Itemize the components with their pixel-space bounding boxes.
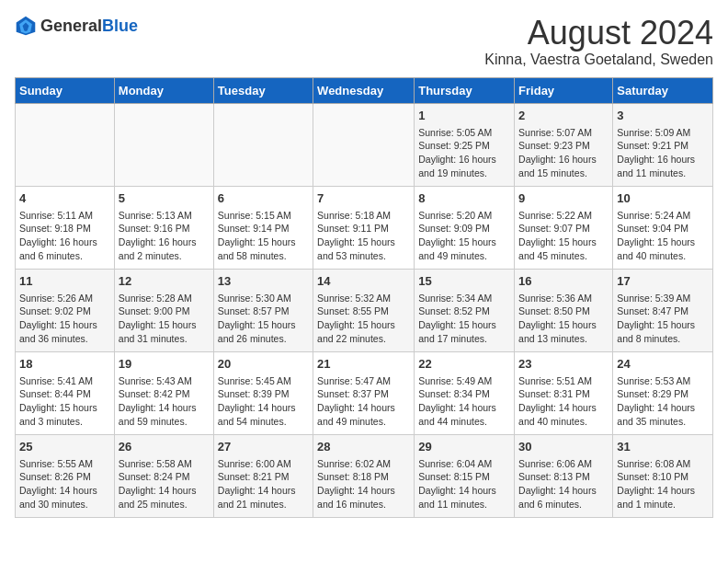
- calendar-cell: 8Sunrise: 5:20 AMSunset: 9:09 PMDaylight…: [415, 186, 515, 269]
- calendar-cell: [313, 103, 415, 186]
- day-info: and 15 minutes.: [518, 167, 609, 180]
- day-info: and 22 minutes.: [317, 332, 410, 346]
- day-info: and 6 minutes.: [518, 498, 609, 511]
- day-info: Sunset: 8:55 PM: [317, 304, 410, 318]
- calendar-cell: 4Sunrise: 5:11 AMSunset: 9:18 PMDaylight…: [16, 186, 115, 269]
- day-info: Sunrise: 5:09 AM: [617, 126, 709, 140]
- logo-text-blue: Blue: [102, 17, 138, 35]
- day-info: Daylight: 15 hours: [518, 318, 609, 332]
- day-info: Sunrise: 5:15 AM: [218, 209, 309, 223]
- day-info: Sunset: 8:31 PM: [518, 387, 609, 401]
- day-info: Sunrise: 5:51 AM: [518, 374, 609, 388]
- day-number: 16: [518, 273, 609, 290]
- calendar-cell: 5Sunrise: 5:13 AMSunset: 9:16 PMDaylight…: [114, 186, 213, 269]
- day-info: Sunrise: 5:24 AM: [617, 209, 709, 223]
- day-number: 8: [418, 190, 510, 207]
- day-info: Daylight: 14 hours: [19, 484, 110, 498]
- calendar-cell: [16, 103, 115, 186]
- day-info: Sunset: 8:42 PM: [119, 387, 210, 401]
- day-number: 30: [518, 439, 609, 455]
- day-info: and 40 minutes.: [617, 249, 709, 263]
- day-info: Sunset: 8:34 PM: [418, 387, 510, 401]
- calendar-cell: 13Sunrise: 5:30 AMSunset: 8:57 PMDayligh…: [213, 269, 313, 351]
- header-cell-tuesday: Tuesday: [213, 77, 313, 103]
- main-title: August 2024: [484, 15, 713, 52]
- day-number: 21: [317, 356, 410, 373]
- day-number: 11: [19, 273, 110, 290]
- day-info: Sunset: 9:14 PM: [218, 222, 309, 236]
- day-info: and 2 minutes.: [119, 249, 210, 263]
- day-info: Daylight: 15 hours: [518, 236, 609, 249]
- day-info: Sunset: 8:50 PM: [518, 304, 609, 318]
- day-info: Sunrise: 5:28 AM: [119, 292, 210, 305]
- day-info: and 45 minutes.: [518, 249, 609, 263]
- day-info: and 44 minutes.: [418, 415, 510, 429]
- day-info: Sunset: 9:16 PM: [119, 222, 210, 236]
- day-info: and 11 minutes.: [418, 498, 510, 511]
- day-number: 4: [19, 190, 110, 207]
- calendar-cell: 22Sunrise: 5:49 AMSunset: 8:34 PMDayligh…: [415, 351, 515, 434]
- day-info: and 36 minutes.: [19, 332, 110, 346]
- header-cell-friday: Friday: [515, 77, 613, 103]
- calendar-cell: 6Sunrise: 5:15 AMSunset: 9:14 PMDaylight…: [213, 186, 313, 269]
- day-info: Daylight: 16 hours: [617, 153, 709, 167]
- day-info: Sunset: 8:15 PM: [418, 470, 510, 484]
- page-header: GeneralBlue August 2024 Kinna, Vaestra G…: [15, 15, 713, 68]
- day-info: Sunrise: 5:32 AM: [317, 292, 410, 305]
- day-info: Sunset: 9:25 PM: [418, 139, 510, 153]
- calendar-cell: 1Sunrise: 5:05 AMSunset: 9:25 PMDaylight…: [415, 103, 515, 186]
- week-row-2: 4Sunrise: 5:11 AMSunset: 9:18 PMDaylight…: [16, 186, 713, 269]
- day-info: Sunset: 8:44 PM: [19, 387, 110, 401]
- day-info: Daylight: 16 hours: [518, 153, 609, 167]
- calendar-cell: 25Sunrise: 5:55 AMSunset: 8:26 PMDayligh…: [16, 434, 115, 517]
- day-info: and 21 minutes.: [218, 498, 309, 511]
- calendar-cell: 3Sunrise: 5:09 AMSunset: 9:21 PMDaylight…: [613, 103, 713, 186]
- day-info: Sunrise: 5:55 AM: [19, 457, 110, 471]
- day-info: Daylight: 15 hours: [617, 236, 709, 249]
- subtitle: Kinna, Vaestra Goetaland, Sweden: [484, 52, 713, 68]
- day-info: Daylight: 16 hours: [418, 153, 510, 167]
- day-info: Sunset: 8:26 PM: [19, 470, 110, 484]
- day-info: Daylight: 15 hours: [418, 318, 510, 332]
- day-info: Sunrise: 5:36 AM: [518, 292, 609, 305]
- day-info: Sunrise: 5:49 AM: [418, 374, 510, 388]
- day-info: Sunset: 8:29 PM: [617, 387, 709, 401]
- day-info: Sunrise: 5:11 AM: [19, 209, 110, 223]
- day-info: Sunrise: 5:13 AM: [119, 209, 210, 223]
- calendar-body: 1Sunrise: 5:05 AMSunset: 9:25 PMDaylight…: [16, 103, 713, 517]
- day-info: Daylight: 15 hours: [218, 236, 309, 249]
- calendar-cell: [213, 103, 313, 186]
- day-info: Sunset: 8:10 PM: [617, 470, 709, 484]
- calendar-table: SundayMondayTuesdayWednesdayThursdayFrid…: [15, 77, 713, 518]
- day-info: Daylight: 16 hours: [19, 236, 110, 249]
- day-number: 24: [617, 356, 709, 373]
- day-info: and 25 minutes.: [119, 498, 210, 511]
- day-number: 6: [218, 190, 309, 207]
- day-info: and 59 minutes.: [119, 415, 210, 429]
- day-info: Daylight: 14 hours: [617, 401, 709, 415]
- day-info: Sunrise: 6:06 AM: [518, 457, 609, 471]
- day-info: Sunset: 8:47 PM: [617, 304, 709, 318]
- week-row-1: 1Sunrise: 5:05 AMSunset: 9:25 PMDaylight…: [16, 103, 713, 186]
- day-info: and 53 minutes.: [317, 249, 410, 263]
- calendar-cell: [114, 103, 213, 186]
- day-number: 14: [317, 273, 410, 290]
- day-info: Sunrise: 5:39 AM: [617, 292, 709, 305]
- day-info: and 31 minutes.: [119, 332, 210, 346]
- day-number: 22: [418, 356, 510, 373]
- day-info: Sunset: 8:18 PM: [317, 470, 410, 484]
- day-info: Daylight: 14 hours: [119, 484, 210, 498]
- week-row-4: 18Sunrise: 5:41 AMSunset: 8:44 PMDayligh…: [16, 351, 713, 434]
- day-info: and 6 minutes.: [19, 249, 110, 263]
- day-info: Sunset: 9:07 PM: [518, 222, 609, 236]
- day-info: Daylight: 14 hours: [218, 401, 309, 415]
- day-info: and 19 minutes.: [418, 167, 510, 180]
- day-info: Daylight: 15 hours: [317, 236, 410, 249]
- day-info: Daylight: 14 hours: [418, 401, 510, 415]
- week-row-3: 11Sunrise: 5:26 AMSunset: 9:02 PMDayligh…: [16, 269, 713, 351]
- day-number: 27: [218, 439, 309, 455]
- day-info: Sunrise: 6:02 AM: [317, 457, 410, 471]
- calendar-cell: 19Sunrise: 5:43 AMSunset: 8:42 PMDayligh…: [114, 351, 213, 434]
- day-info: Sunset: 8:37 PM: [317, 387, 410, 401]
- calendar-cell: 21Sunrise: 5:47 AMSunset: 8:37 PMDayligh…: [313, 351, 415, 434]
